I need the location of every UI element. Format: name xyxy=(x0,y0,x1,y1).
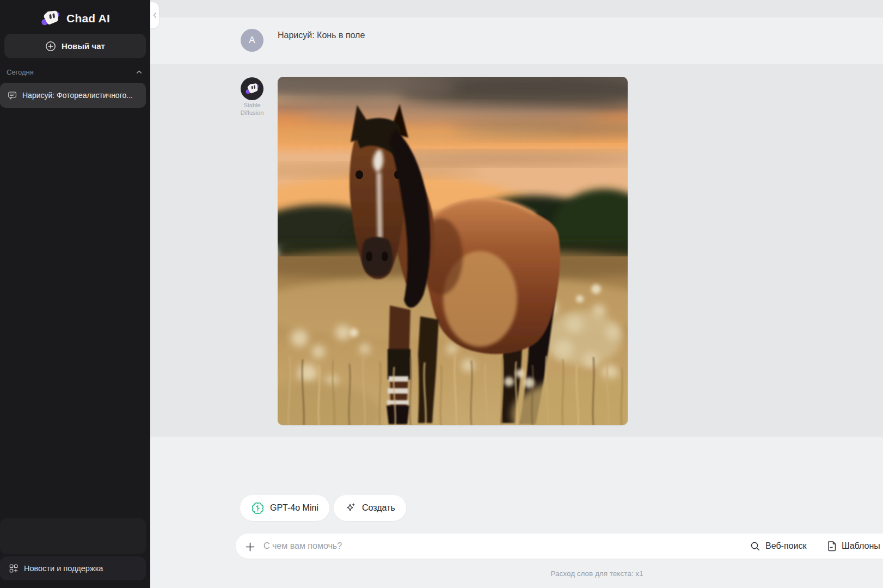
new-chat-button[interactable]: Новый чат xyxy=(4,34,146,58)
app-title: Chad AI xyxy=(66,12,110,25)
message-input[interactable] xyxy=(263,534,568,558)
brain-icon xyxy=(251,501,265,515)
history-section-header: Сегодня xyxy=(7,67,144,77)
chevron-left-icon xyxy=(152,12,157,19)
templates-button[interactable]: Шаблоны xyxy=(827,534,880,559)
chevron-up-icon xyxy=(136,69,143,76)
user-avatar: A xyxy=(241,29,263,52)
model-select-label: GPT-4o Mini xyxy=(270,503,318,513)
chat-bubble-icon xyxy=(8,91,17,100)
app-logo: Chad AI xyxy=(0,8,150,29)
create-button-label: Создать xyxy=(362,503,395,513)
grid-plus-icon xyxy=(9,564,19,573)
collapse-section-button[interactable] xyxy=(134,68,144,77)
model-select-button[interactable]: GPT-4o Mini xyxy=(240,495,329,521)
robot-logo-icon xyxy=(40,8,61,29)
templates-label: Шаблоны xyxy=(842,541,880,551)
collapse-sidebar-button[interactable] xyxy=(150,2,159,28)
search-icon xyxy=(750,541,761,552)
chat-scroll-top-band xyxy=(150,0,883,17)
model-name-label: Stable Diffusion xyxy=(228,101,277,117)
sidebar: Chad AI Новый чат Сегодня Нарисуй xyxy=(0,0,150,588)
history-section-label: Сегодня xyxy=(7,68,34,76)
plus-circle-icon xyxy=(45,41,56,52)
document-icon xyxy=(827,541,837,552)
sidebar-banner xyxy=(0,518,146,554)
plus-icon xyxy=(245,542,255,552)
new-chat-label: Новый чат xyxy=(62,41,105,51)
attach-button[interactable] xyxy=(244,541,256,553)
news-support-button[interactable]: Новости и поддержка xyxy=(0,556,146,580)
web-search-label: Веб-поиск xyxy=(765,541,806,551)
app-root: Chad AI Новый чат Сегодня Нарисуй xyxy=(0,0,883,588)
sidebar-chat-item-active[interactable]: Нарисуй: Фотореалистичного... xyxy=(0,83,146,108)
chat-item-title: Нарисуй: Фотореалистичного... xyxy=(22,91,133,100)
news-support-label: Новости и поддержка xyxy=(24,564,103,573)
model-name-line2: Diffusion xyxy=(228,109,277,117)
user-avatar-initial: A xyxy=(249,35,255,46)
user-message-text: Нарисуй: Конь в поле xyxy=(278,29,365,41)
create-button[interactable]: Создать xyxy=(334,495,406,521)
model-name-line1: Stable xyxy=(228,101,277,109)
usage-note: Расход слов для текста: x1 xyxy=(236,569,883,578)
generated-image[interactable] xyxy=(278,77,628,425)
web-search-button[interactable]: Веб-поиск xyxy=(750,534,806,559)
sparkle-icon xyxy=(345,502,357,514)
robot-avatar-icon xyxy=(245,82,260,96)
stable-diffusion-avatar xyxy=(241,77,263,100)
